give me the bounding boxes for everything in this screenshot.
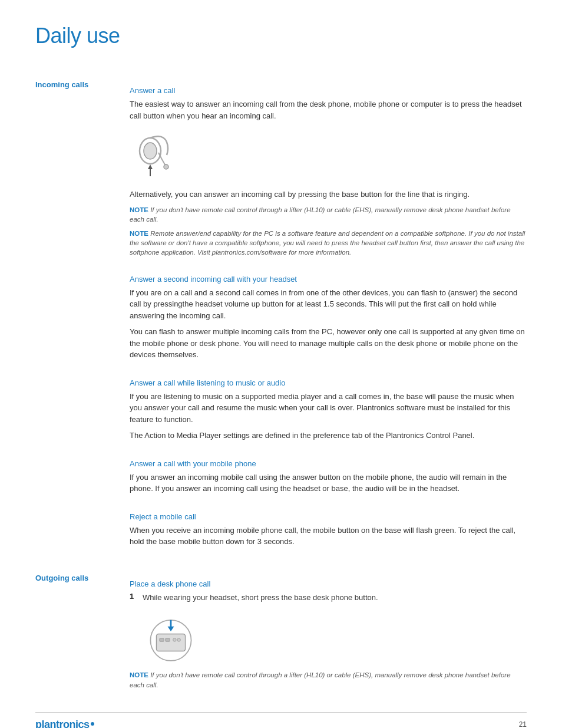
logo-dot <box>91 722 94 726</box>
answer-mobile-title: Answer a call with your mobile phone <box>130 459 527 468</box>
page-number: 21 <box>519 720 527 728</box>
answer-second-text-2: You can flash to answer multiple incomin… <box>130 326 527 361</box>
outgoing-calls-label: Outgoing calls <box>35 574 130 582</box>
answer-call-title: Answer a call <box>130 86 527 95</box>
svg-rect-6 <box>156 634 185 651</box>
incoming-calls-content: Answer a call The easiest way to answer … <box>130 78 527 565</box>
headset-image <box>130 129 183 182</box>
svg-point-1 <box>144 143 157 159</box>
step-1: 1 While wearing your headset, short pres… <box>130 592 527 604</box>
reject-mobile-section: Reject a mobile call When you receive an… <box>130 512 527 548</box>
note-2-text: Remote answer/end capability for the PC … <box>130 230 525 256</box>
place-desk-call-title: Place a desk phone call <box>130 579 527 588</box>
phone-base-svg <box>141 610 200 663</box>
outgoing-note-1: NOTE If you don't have remote call contr… <box>130 670 527 689</box>
answer-music-text-2: The Action to Media Player settings are … <box>130 430 527 442</box>
incoming-calls-section: Incoming calls Answer a call The easiest… <box>35 78 527 565</box>
svg-rect-8 <box>166 638 170 641</box>
svg-rect-7 <box>160 638 164 641</box>
svg-point-9 <box>173 638 176 641</box>
footer: plantronics 21 <box>35 712 527 728</box>
phone-base-image <box>141 610 200 663</box>
svg-point-2 <box>164 164 168 169</box>
answer-second-text-1: If you are on a call and a second call c… <box>130 287 527 322</box>
sidebar-outgoing: Outgoing calls <box>35 571 130 707</box>
answer-second-title: Answer a second incoming call with your … <box>130 275 527 284</box>
outgoing-note-text: If you don't have remote call control th… <box>130 671 511 688</box>
outgoing-calls-section: Outgoing calls Place a desk phone call 1… <box>35 571 527 707</box>
note-label-2: NOTE <box>130 230 148 237</box>
logo-text: plantronics <box>35 719 90 728</box>
outgoing-note-label: NOTE <box>130 671 148 678</box>
answer-call-note-2: NOTE Remote answer/end capability for th… <box>130 229 527 257</box>
svg-marker-12 <box>168 627 174 631</box>
headset-svg <box>133 130 180 180</box>
logo: plantronics <box>35 719 94 728</box>
note-label-1: NOTE <box>130 206 148 213</box>
reject-mobile-title: Reject a mobile call <box>130 512 527 521</box>
answer-call-text-2: Alternatively, you can answer an incomin… <box>130 189 527 200</box>
page: Daily use Incoming calls Answer a call T… <box>0 0 562 728</box>
place-desk-call-section: Place a desk phone call 1 While wearing … <box>130 579 527 690</box>
sidebar-incoming: Incoming calls <box>35 78 130 565</box>
answer-music-text-1: If you are listening to music on a suppo… <box>130 391 527 426</box>
step-1-text: While wearing your headset, short press … <box>143 592 378 604</box>
svg-marker-4 <box>148 164 153 169</box>
step-number-1: 1 <box>130 592 138 604</box>
answer-mobile-text-1: If you answer an incoming mobile call us… <box>130 472 527 495</box>
answer-call-note-1: NOTE If you don't have remote call contr… <box>130 205 527 224</box>
page-title: Daily use <box>35 24 527 48</box>
answer-mobile-section: Answer a call with your mobile phone If … <box>130 459 527 495</box>
incoming-calls-label: Incoming calls <box>35 80 130 89</box>
outgoing-calls-content: Place a desk phone call 1 While wearing … <box>130 571 527 707</box>
answer-call-section: Answer a call The easiest way to answer … <box>130 86 527 257</box>
reject-mobile-text-1: When you receive an incoming mobile phon… <box>130 525 527 548</box>
answer-music-section: Answer a call while listening to music o… <box>130 378 527 442</box>
answer-second-section: Answer a second incoming call with your … <box>130 275 527 361</box>
svg-point-10 <box>177 638 180 641</box>
answer-music-title: Answer a call while listening to music o… <box>130 378 527 387</box>
note-1-text: If you don't have remote call control th… <box>130 206 511 223</box>
answer-call-text-1: The easiest way to answer an incoming ca… <box>130 98 527 121</box>
